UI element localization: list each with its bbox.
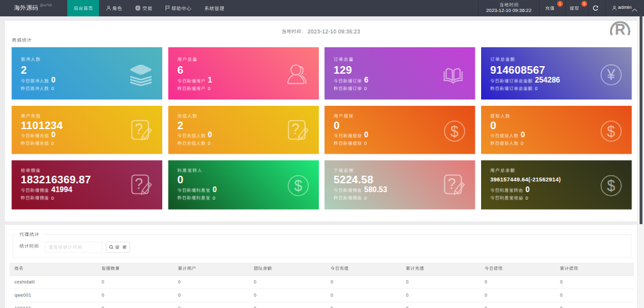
svg-text:R: R: [615, 21, 626, 36]
svg-text:?: ?: [292, 121, 300, 137]
svg-text:?: ?: [448, 176, 456, 192]
svg-text:?: ?: [135, 176, 143, 192]
svg-text:?: ?: [135, 121, 143, 137]
